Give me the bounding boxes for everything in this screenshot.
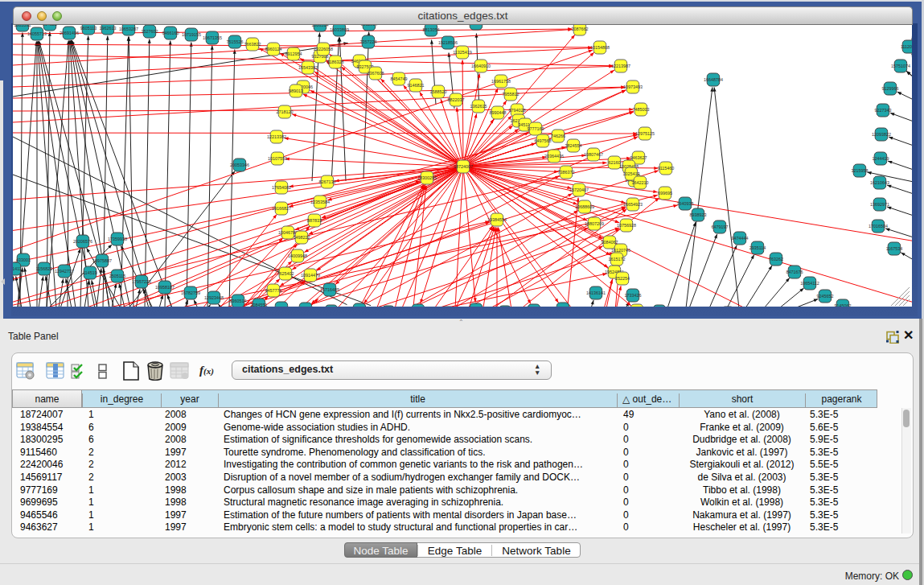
svg-text:9084067: 9084067 [602,240,618,245]
svg-text:10958187: 10958187 [155,285,175,290]
svg-text:9360514: 9360514 [230,299,247,303]
svg-text:1640935: 1640935 [677,201,694,206]
svg-text:8960124: 8960124 [265,47,282,51]
svg-text:6794028: 6794028 [509,108,526,113]
svg-text:7485003: 7485003 [633,107,650,112]
svg-text:964122: 964122 [43,25,57,27]
svg-text:6466160: 6466160 [162,31,179,35]
svg-text:9145062: 9145062 [835,303,852,307]
svg-text:9146821: 9146821 [408,83,425,88]
svg-text:23226058: 23226058 [314,47,333,51]
svg-text:17957225: 17957225 [132,279,151,284]
svg-text:10154808: 10154808 [590,45,610,50]
svg-text:2084551: 2084551 [251,303,268,307]
svg-text:8813054: 8813054 [423,27,440,32]
svg-text:1615172: 1615172 [609,257,626,262]
svg-text:11325419: 11325419 [453,50,472,55]
svg-text:1156829: 1156829 [36,266,53,271]
svg-text:1527602: 1527602 [142,29,158,34]
svg-text:8822037: 8822037 [448,97,465,102]
svg-text:252254: 252254 [615,276,630,281]
svg-text:433001: 433001 [16,257,31,262]
svg-text:10914479: 10914479 [301,273,320,278]
svg-text:20053346: 20053346 [230,163,249,167]
svg-text:20364436: 20364436 [544,154,564,159]
svg-text:10973493: 10973493 [623,84,643,89]
svg-text:10654112: 10654112 [800,281,819,286]
svg-text:1362615: 1362615 [470,104,487,109]
svg-text:16961758: 16961758 [491,79,511,84]
svg-text:746266: 746266 [551,134,565,138]
svg-text:6497568: 6497568 [535,138,552,143]
svg-text:10807467: 10807467 [584,152,603,157]
svg-text:14009948: 14009948 [288,253,307,258]
svg-text:17359938: 17359938 [108,237,127,241]
svg-text:16782759: 16782759 [181,290,200,295]
svg-text:7663822: 7663822 [244,42,261,47]
svg-text:10756928: 10756928 [617,223,636,228]
svg-text:8186328: 8186328 [327,60,344,64]
svg-text:17016504: 17016504 [869,224,888,229]
svg-text:16210643: 16210643 [870,180,889,185]
svg-text:15720407: 15720407 [569,187,589,192]
svg-text:9129966: 9129966 [882,86,899,91]
svg-text:2935114: 2935114 [749,245,766,250]
svg-text:1733426: 1733426 [625,293,642,298]
svg-text:12353584: 12353584 [310,200,330,204]
svg-text:16648784: 16648784 [704,77,723,82]
svg-text:10107553: 10107553 [268,156,287,161]
svg-text:20206576: 20206576 [73,239,92,244]
svg-text:17654082: 17654082 [272,185,291,190]
svg-text:20691406: 20691406 [60,31,79,35]
svg-text:10688609: 10688609 [575,204,594,209]
svg-text:763262: 763262 [769,257,783,262]
svg-text:16120746: 16120746 [611,248,630,253]
svg-text:12213382: 12213382 [267,134,286,139]
svg-text:1805531: 1805531 [14,25,31,27]
svg-text:989013: 989013 [289,89,303,93]
svg-text:1588520: 1588520 [430,89,447,94]
svg-text:1195512: 1195512 [273,306,290,307]
svg-text:16640910: 16640910 [471,64,491,68]
svg-text:1962613: 1962613 [100,26,117,31]
svg-text:9115460: 9115460 [658,166,675,171]
svg-text:18300295: 18300295 [417,175,437,180]
svg-text:1112093: 1112093 [901,44,912,49]
svg-text:114519: 114519 [83,270,97,275]
svg-text:9474444: 9474444 [732,236,749,241]
svg-text:6479197: 6479197 [712,225,729,229]
svg-text:9463627: 9463627 [630,155,647,160]
svg-text:887833: 887833 [307,218,322,223]
svg-text:12975125: 12975125 [635,131,655,136]
svg-text:1025413: 1025413 [623,171,640,176]
svg-text:1642210: 1642210 [632,180,649,185]
svg-text:3215958: 3215958 [852,168,869,173]
svg-text:10671355: 10671355 [203,35,222,40]
svg-text:16654923: 16654923 [623,202,643,207]
svg-text:12942737: 12942737 [55,269,74,274]
svg-text:10975887: 10975887 [92,258,112,263]
svg-text:19384554: 19384554 [487,217,507,222]
svg-text:15716485: 15716485 [320,287,339,292]
svg-text:9227343: 9227343 [875,108,892,113]
svg-text:18724007: 18724007 [454,164,473,169]
svg-text:14055713: 14055713 [27,31,47,36]
svg-text:7357224: 7357224 [360,39,377,44]
svg-text:1806514: 1806514 [312,25,329,27]
svg-text:9605113: 9605113 [80,26,97,31]
svg-text:391411: 391411 [13,266,22,271]
svg-text:1498222: 1498222 [294,235,310,240]
svg-text:8454749: 8454749 [391,76,408,81]
svg-text:1244419: 1244419 [873,156,889,161]
svg-text:10719155: 10719155 [182,32,201,37]
svg-text:16543382: 16543382 [298,65,318,70]
svg-text:7515526: 7515526 [227,39,244,44]
svg-text:15751074: 15751074 [891,64,910,68]
svg-text:10653287: 10653287 [119,27,138,31]
svg-text:7955812: 7955812 [503,92,519,97]
svg-text:2367608: 2367608 [368,71,384,76]
svg-text:2087662: 2087662 [572,27,589,31]
svg-text:9457771: 9457771 [265,288,282,293]
svg-text:9777169: 9777169 [528,126,544,131]
svg-text:8267130: 8267130 [319,179,336,184]
